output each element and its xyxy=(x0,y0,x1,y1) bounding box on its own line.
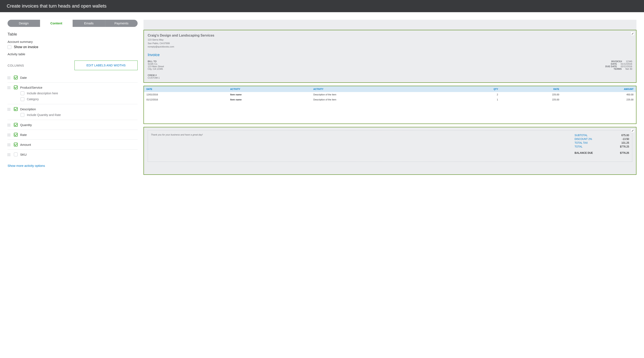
drag-handle-icon[interactable] xyxy=(8,76,10,79)
col-activity2: ACTIVITY xyxy=(311,86,452,92)
category-checkbox[interactable] xyxy=(20,97,24,101)
invoice-preview: Craig's Design and Landscaping Services … xyxy=(144,20,636,178)
col-qty: QTY xyxy=(452,86,500,92)
invoice-meta-right: INVOICE#12345 DATE01/12/2016 DUE DATE02/… xyxy=(606,60,632,70)
show-on-invoice-checkbox[interactable] xyxy=(8,45,11,49)
preview-footer-section[interactable]: Thank you for your business and have a g… xyxy=(144,127,636,175)
drag-handle-icon[interactable] xyxy=(8,133,10,136)
drag-handle-icon[interactable] xyxy=(8,86,10,88)
show-more-link[interactable]: Show more activity options xyxy=(8,164,45,167)
table-row: 01/12/2016 Item name Description of the … xyxy=(144,97,636,102)
column-description-checkbox[interactable] xyxy=(14,107,18,111)
left-panel: Design Content Emails Payments Table Acc… xyxy=(8,20,138,178)
activity-table-label: Activity table xyxy=(8,52,138,56)
column-amount-checkbox[interactable] xyxy=(14,143,18,146)
section-table-title: Table xyxy=(8,32,138,37)
tab-design[interactable]: Design xyxy=(8,20,40,27)
page-header: Create invoices that turn heads and open… xyxy=(0,0,644,12)
column-product-checkbox[interactable] xyxy=(14,86,18,89)
col-rate: RATE xyxy=(500,86,562,92)
drag-handle-icon[interactable] xyxy=(8,143,10,146)
column-sku-label: SKU xyxy=(20,153,27,156)
column-amount-label: Amount xyxy=(20,143,31,146)
bill-to-block: BILL TO Smith Co. 123 Main Street City, … xyxy=(148,60,164,70)
company-name: Craig's Design and Landscaping Services xyxy=(148,34,632,37)
column-product-label: Product/Service xyxy=(20,86,42,89)
columns-label: COLUMNS xyxy=(8,64,24,67)
column-sku-checkbox[interactable] xyxy=(14,152,18,156)
include-qty-rate-checkbox[interactable] xyxy=(20,113,24,117)
column-quantity-checkbox[interactable] xyxy=(14,123,18,127)
page-title: Create invoices that turn heads and open… xyxy=(7,3,106,9)
tab-emails[interactable]: Emails xyxy=(73,20,105,27)
preview-header-section[interactable]: Craig's Design and Landscaping Services … xyxy=(144,30,636,83)
preview-table: DATE ACTIVITY ACTIVITY QTY RATE AMOUNT 1… xyxy=(144,86,636,102)
column-rate-label: Rate xyxy=(20,133,27,136)
include-qty-rate-label: Include Quantity and Rate xyxy=(27,113,61,117)
edit-labels-button[interactable]: EDIT LABELS AND WIDTHS xyxy=(74,61,138,70)
tabs: Design Content Emails Payments xyxy=(8,20,138,27)
column-date-checkbox[interactable] xyxy=(14,76,18,79)
thank-you-message: Thank you for your business and have a g… xyxy=(151,133,203,159)
column-date-label: Date xyxy=(20,76,27,79)
col-date: DATE xyxy=(144,86,228,92)
drag-handle-icon[interactable] xyxy=(8,107,10,110)
totals-block: SUBTOTAL675.00 DISCOUNT 2%-13.50 TOTAL T… xyxy=(574,133,629,159)
preview-table-section[interactable]: DATE ACTIVITY ACTIVITY QTY RATE AMOUNT 1… xyxy=(144,86,636,124)
column-rate-checkbox[interactable] xyxy=(14,133,18,136)
pencil-icon[interactable] xyxy=(630,129,635,133)
show-on-invoice-label: Show on invoice xyxy=(14,45,38,49)
category-label: Category xyxy=(27,97,39,101)
tab-content[interactable]: Content xyxy=(40,20,72,27)
company-details: 123 Sierra Way San Pablo, CA 87999 norep… xyxy=(148,38,632,49)
col-amount: AMOUNT xyxy=(562,86,636,92)
drag-handle-icon[interactable] xyxy=(8,123,10,126)
column-list: Date Product/Service Include description… xyxy=(8,73,138,159)
preview-top-gray xyxy=(144,20,636,30)
column-description-label: Description xyxy=(20,107,36,111)
column-quantity-label: Quantity xyxy=(20,123,32,127)
include-description-checkbox[interactable] xyxy=(20,91,24,95)
col-activity: ACTIVITY xyxy=(228,86,311,92)
include-description-label: Include description here xyxy=(27,92,58,95)
invoice-title: Invoice xyxy=(148,53,632,57)
table-row: 12/01/2016 Item name Description of the … xyxy=(144,92,636,97)
pencil-icon[interactable] xyxy=(630,32,635,36)
crew-section: CREW # CUSTOM-1 xyxy=(148,74,632,79)
drag-handle-icon[interactable] xyxy=(8,152,10,155)
account-summary-label: Account summary xyxy=(8,40,138,44)
tab-payments[interactable]: Payments xyxy=(105,20,138,27)
